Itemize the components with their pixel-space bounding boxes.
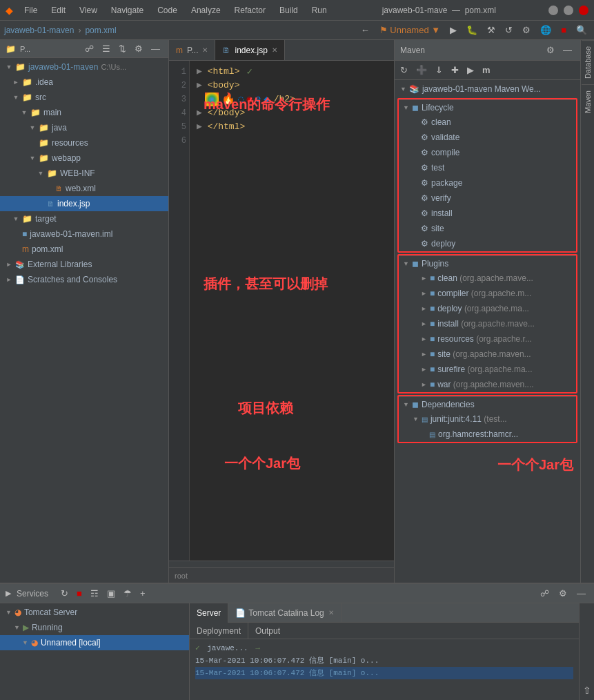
maven-add-icon[interactable]: ➕ bbox=[413, 64, 430, 77]
maven-plugins-header[interactable]: ▼ ◼ Plugins bbox=[399, 255, 576, 271]
close-button[interactable]: ✕ bbox=[579, 6, 588, 15]
svc-globe-icon[interactable]: ☍ bbox=[537, 587, 552, 600]
maven-refresh-icon[interactable]: ↻ bbox=[397, 64, 410, 77]
maven-project-root[interactable]: ▼ 📚 javaweb-01-maven Maven We... bbox=[395, 81, 580, 97]
maven-plugin-install[interactable]: ► ■ install (org.apache.mave... bbox=[399, 316, 576, 331]
tree-indexjsp-file[interactable]: 🗎 index.jsp bbox=[0, 196, 168, 211]
tree-external-libs[interactable]: ► 📚 External Libraries bbox=[0, 257, 168, 272]
maven-download-icon[interactable]: ⇓ bbox=[433, 64, 446, 77]
tree-webxml-file[interactable]: 🗎 web.xml bbox=[0, 181, 168, 196]
menu-run[interactable]: Run bbox=[309, 4, 330, 17]
sidebar-globalize-icon[interactable]: ☍ bbox=[82, 42, 97, 55]
maximize-button[interactable]: □ bbox=[564, 6, 573, 15]
maven-install[interactable]: ⚙ install bbox=[399, 206, 576, 221]
maven-plugin-deploy[interactable]: ► ■ deploy (org.apache.ma... bbox=[399, 301, 576, 316]
maven-clean[interactable]: ⚙ clean bbox=[399, 115, 576, 130]
unnamed-dropdown[interactable]: ⚑ Unnamed ▼ bbox=[377, 23, 443, 37]
tab-output[interactable]: Output bbox=[248, 623, 287, 639]
pom-tab-close[interactable]: ✕ bbox=[202, 46, 208, 54]
tree-webinf-folder[interactable]: ▼ 📁 WEB-INF bbox=[0, 166, 168, 181]
maven-package[interactable]: ⚙ package bbox=[399, 175, 576, 191]
tree-root-item[interactable]: ▼ 📁 javaweb-01-maven C:\Us... bbox=[0, 59, 168, 75]
scroll-up-icon[interactable]: ⇧ bbox=[580, 683, 594, 697]
maven-plugin-compiler[interactable]: ► ■ compiler (org.apache.m... bbox=[399, 286, 576, 301]
tree-scratches[interactable]: ► 📄 Scratches and Consoles bbox=[0, 272, 168, 287]
debug-icon[interactable]: 🐛 bbox=[464, 23, 480, 37]
svc-minimize-icon[interactable]: — bbox=[574, 587, 588, 600]
svc-stop-icon[interactable]: ■ bbox=[74, 587, 85, 600]
sidebar-minimize-icon[interactable]: — bbox=[148, 42, 163, 55]
maven-plugin-surefire[interactable]: ► ■ surefire (org.apache.ma... bbox=[399, 362, 576, 377]
jsp-tab-close[interactable]: ✕ bbox=[272, 46, 277, 54]
svc-running[interactable]: ▼ ▶ Running bbox=[0, 620, 189, 635]
build-icon[interactable]: ⚒ bbox=[484, 23, 498, 37]
code-content[interactable]: ▶ <html> ✓ ▶ <body> 🔥 ◌ ◉ e bbox=[190, 61, 394, 561]
maven-side-tab[interactable]: Maven bbox=[582, 84, 594, 119]
maven-plugin-war[interactable]: ► ■ war (org.apache.maven.... bbox=[399, 377, 576, 392]
maven-m-icon[interactable]: m bbox=[479, 64, 493, 77]
tree-pom-file[interactable]: m pom.xml bbox=[0, 242, 168, 257]
maven-site[interactable]: ⚙ site bbox=[399, 221, 576, 236]
tree-iml-file[interactable]: ■ javaweb-01-maven.iml bbox=[0, 226, 168, 242]
tab-server[interactable]: Server bbox=[190, 603, 228, 623]
maven-compile[interactable]: ⚙ compile bbox=[399, 145, 576, 160]
nav-back-icon[interactable]: ← bbox=[358, 23, 373, 37]
maven-settings-icon[interactable]: ⚙ bbox=[544, 43, 557, 57]
tree-src-folder[interactable]: ▼ 📁 src bbox=[0, 90, 168, 105]
maven-dep-junit[interactable]: ▼ ▤ junit:junit:4.11 (test... bbox=[399, 411, 576, 427]
maven-plugin-site[interactable]: ► ■ site (org.apache.maven... bbox=[399, 347, 576, 362]
tree-idea-folder[interactable]: ► 📁 .idea bbox=[0, 75, 168, 90]
log-tab-close[interactable]: ✕ bbox=[328, 609, 334, 616]
run-icon[interactable]: ▶ bbox=[447, 23, 459, 37]
sidebar-settings-icon[interactable]: ⚙ bbox=[132, 42, 146, 55]
maven-verify[interactable]: ⚙ verify bbox=[399, 191, 576, 206]
menu-edit[interactable]: Edit bbox=[48, 4, 68, 17]
svc-wind-icon[interactable]: ☂ bbox=[121, 587, 135, 600]
svc-tomcat-server[interactable]: ▼ ◕ Tomcat Server bbox=[0, 605, 189, 620]
tab-deployment[interactable]: Deployment bbox=[190, 623, 248, 639]
globe-icon[interactable]: 🌐 bbox=[537, 23, 554, 37]
tree-target-folder[interactable]: ▼ 📁 target bbox=[0, 211, 168, 226]
tree-webapp-folder[interactable]: ▼ 📁 webapp bbox=[0, 150, 168, 166]
stop-icon[interactable]: ■ bbox=[558, 23, 569, 37]
menu-navigate[interactable]: Navigate bbox=[108, 4, 146, 17]
svc-add-icon[interactable]: + bbox=[137, 587, 148, 600]
search-icon[interactable]: 🔍 bbox=[573, 23, 590, 37]
maven-test[interactable]: ⚙ test bbox=[399, 160, 576, 175]
svc-restart-icon[interactable]: ↻ bbox=[58, 587, 71, 600]
svc-unnamed[interactable]: ▼ ◕ Unnamed [local] bbox=[0, 635, 189, 650]
minimize-button[interactable]: ─ bbox=[548, 6, 558, 15]
menu-refactor[interactable]: Refactor bbox=[232, 4, 268, 17]
maven-lifecycle-header[interactable]: ▼ ◼ Lifecycle bbox=[399, 99, 576, 115]
maven-dependencies-header[interactable]: ▼ ◼ Dependencies bbox=[399, 396, 576, 411]
sync-icon[interactable]: ↺ bbox=[502, 23, 515, 37]
project-tab[interactable]: 📁 P... ☍ ☰ ⇅ ⚙ — bbox=[0, 40, 168, 58]
horizontal-scrollbar[interactable] bbox=[169, 561, 394, 567]
tree-resources-folder[interactable]: 📁 resources bbox=[0, 135, 168, 150]
database-tab[interactable]: Database bbox=[582, 40, 594, 84]
maven-deploy[interactable]: ⚙ deploy bbox=[399, 236, 576, 251]
sidebar-collapse-icon[interactable]: ☰ bbox=[99, 42, 113, 55]
tab-tomcat-log[interactable]: 📄 Tomcat Catalina Log ✕ bbox=[228, 603, 341, 623]
menu-build[interactable]: Build bbox=[277, 4, 301, 17]
maven-dep-hamcrest[interactable]: ▤ org.hamcrest:hamcr... bbox=[399, 427, 576, 442]
settings-icon[interactable]: ⚙ bbox=[519, 23, 533, 37]
tab-indexjsp[interactable]: 🗎 index.jsp ✕ bbox=[215, 40, 284, 61]
maven-tab-label[interactable]: Maven bbox=[400, 46, 425, 55]
menu-code[interactable]: Code bbox=[155, 4, 180, 17]
maven-validate[interactable]: ⚙ validate bbox=[399, 130, 576, 145]
maven-plugin-resources[interactable]: ► ■ resources (org.apache.r... bbox=[399, 331, 576, 347]
tab-pom[interactable]: m P... ✕ bbox=[169, 40, 215, 61]
breadcrumb-file[interactable]: pom.xml bbox=[85, 26, 116, 35]
maven-run-icon[interactable]: ▶ bbox=[464, 64, 477, 77]
maven-plus-icon[interactable]: ✚ bbox=[448, 64, 462, 77]
menu-view[interactable]: View bbox=[77, 4, 100, 17]
tree-java-folder[interactable]: ▼ 📁 java bbox=[0, 120, 168, 135]
maven-plugin-clean[interactable]: ► ■ clean (org.apache.mave... bbox=[399, 271, 576, 286]
svc-filter-icon[interactable]: ☶ bbox=[88, 587, 101, 600]
maven-minimize-icon[interactable]: — bbox=[560, 43, 575, 57]
menu-file[interactable]: File bbox=[21, 4, 40, 17]
menu-analyze[interactable]: Analyze bbox=[188, 4, 224, 17]
svc-group-icon[interactable]: ▣ bbox=[104, 587, 118, 600]
sidebar-sort-icon[interactable]: ⇅ bbox=[116, 42, 129, 55]
